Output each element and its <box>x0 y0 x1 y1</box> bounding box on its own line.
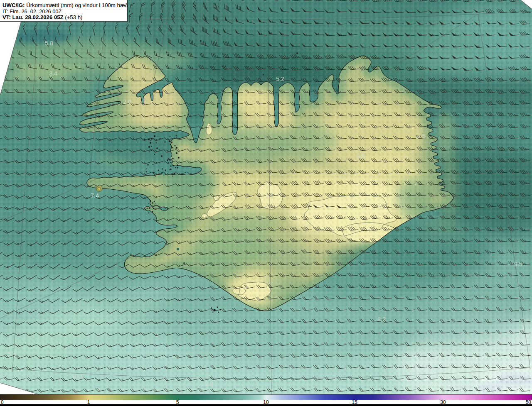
svg-text:3.4: 3.4 <box>49 70 57 77</box>
svg-text:IT: Fim. 26. 02. 2026 00Z: IT: Fim. 26. 02. 2026 00Z <box>2 8 62 15</box>
svg-text:4.5: 4.5 <box>417 133 426 139</box>
svg-text:9.5: 9.5 <box>514 261 522 267</box>
svg-text:UWC/IG: Úrkomumætti (mm) og vi: UWC/IG: Úrkomumætti (mm) og vindur i 100… <box>2 2 128 8</box>
svg-text:8.2: 8.2 <box>377 316 386 323</box>
svg-text:10.1: 10.1 <box>71 373 83 379</box>
svg-text:2.0: 2.0 <box>123 98 131 105</box>
svg-text:5.4: 5.4 <box>7 351 16 357</box>
svg-text:9.9: 9.9 <box>204 380 213 387</box>
svg-text:1.1: 1.1 <box>265 192 273 199</box>
svg-text:3.5: 3.5 <box>357 153 365 160</box>
svg-text:5.2: 5.2 <box>276 76 284 82</box>
svg-text:VT: Lau. 28.02.2026 05Z (+53 h: VT: Lau. 28.02.2026 05Z (+53 h) <box>2 14 82 20</box>
svg-text:5.8: 5.8 <box>45 40 53 46</box>
svg-text:7.4: 7.4 <box>91 192 99 199</box>
